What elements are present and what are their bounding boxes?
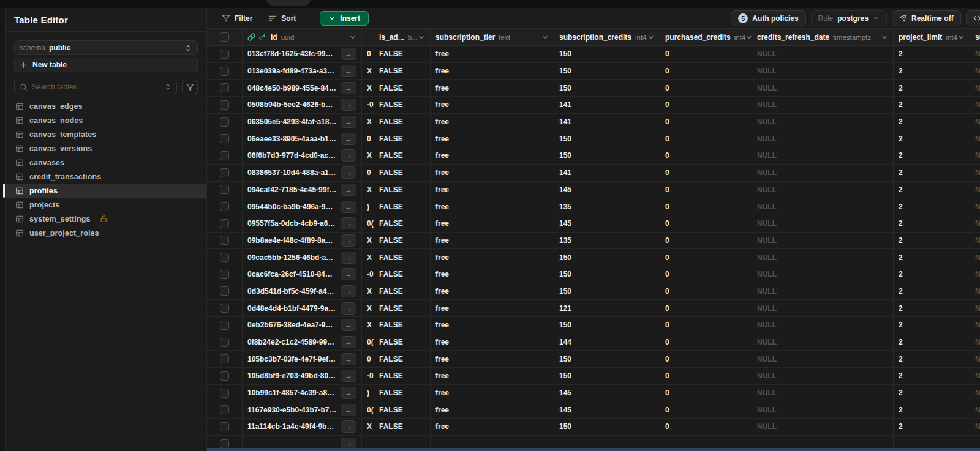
cell-purchased-credits[interactable]: 0 [660,215,752,232]
expand-row-button[interactable]: → [341,184,356,196]
cell-purchased-credits[interactable]: 0 [660,46,752,62]
cell-project-limit[interactable]: 2 [894,130,970,147]
expand-row-button[interactable]: → [341,370,356,382]
cell-is-admin[interactable]: FALSE [374,80,431,96]
cell-subscription-tier[interactable]: free [431,385,554,401]
cell-subscription-credits[interactable]: 150 [554,419,660,435]
cell-subscription-credits[interactable]: 141 [554,97,660,113]
realtime-toggle-button[interactable]: Realtime off [892,10,961,26]
cell-subscription-extra[interactable]: NU [970,165,980,181]
sidebar-filter-button[interactable] [182,80,198,94]
cell-purchased-credits[interactable]: 0 [660,114,752,130]
expand-row-button[interactable]: → [341,387,356,399]
expand-row-button[interactable]: → [341,65,356,77]
cell-subscription-tier[interactable]: free [431,63,554,80]
chevron-down-icon[interactable] [745,34,752,41]
row-checkbox[interactable] [220,50,229,59]
cell-credits-refresh-date[interactable]: NULL [752,300,894,316]
cell-id[interactable]: 094caf42-7185-4e45-99f3-14abee...→ [243,182,362,198]
column-header-id[interactable]: id uuid [243,29,362,45]
cell-clipped[interactable]: X [362,182,374,198]
row-checkbox[interactable] [220,236,229,245]
column-header-clipped[interactable] [362,29,374,45]
expand-row-button[interactable]: → [341,234,356,247]
row-checkbox[interactable] [220,422,229,431]
cell-purchased-credits[interactable]: 0 [660,198,752,215]
cell-clipped[interactable]: 0 [362,165,374,181]
expand-row-button[interactable]: → [341,99,356,111]
expand-row-button[interactable]: → [341,404,356,416]
cell-subscription-credits[interactable]: 141 [554,114,660,130]
expand-row-button[interactable]: → [341,116,356,128]
expand-row-button[interactable]: → [341,133,356,145]
cell-purchased-credits[interactable]: 0 [660,385,752,401]
cell-id[interactable]: 0cac6fca-26cf-4510-84ba-c4580...→ [243,266,362,283]
row-checkbox[interactable] [220,185,229,194]
cell-purchased-credits[interactable]: 0 [660,182,752,198]
cell-id[interactable]: 09557f5a-0dcb-4cb9-a6fb-fff366...→ [243,215,362,232]
cell-purchased-credits[interactable]: 0 [660,63,752,80]
cell-subscription-extra[interactable]: NU [970,317,980,334]
cell-project-limit[interactable]: 2 [894,46,970,62]
cell-subscription-tier[interactable]: free [431,233,554,249]
cell-subscription-extra[interactable]: NU [970,249,980,266]
expand-row-button[interactable]: → [341,268,356,280]
cell-clipped[interactable]: 0 [362,351,374,367]
row-checkbox[interactable] [220,354,229,363]
cell-credits-refresh-date[interactable]: NULL [752,266,894,283]
expand-row-button[interactable]: → [341,149,356,162]
cell-subscription-extra[interactable]: NU [970,233,980,249]
row-checkbox[interactable] [220,270,229,279]
cell-clipped[interactable]: 0( [362,401,374,418]
cell-is-admin[interactable]: FALSE [374,249,431,266]
cell-is-admin[interactable]: FALSE [374,165,431,181]
cell-credits-refresh-date[interactable]: NULL [752,368,894,384]
cell-project-limit[interactable]: 2 [894,233,970,249]
column-header-purchased-credits[interactable]: purchased_credits int4 [660,29,752,45]
cell-subscription-tier[interactable]: free [431,351,554,367]
cell-subscription-credits[interactable]: 135 [554,233,660,249]
cell-project-limit[interactable]: 2 [894,198,970,215]
cell-subscription-extra[interactable]: NU [970,266,980,283]
cell-id[interactable]: 105bc3b7-03fe-4e7f-9efa-21bb40...→ [243,351,362,367]
column-header-credits-refresh-date[interactable]: credits_refresh_date timestamptz [752,29,894,45]
chevron-down-icon[interactable] [881,34,888,41]
chevron-down-icon[interactable] [418,34,425,41]
cell-project-limit[interactable]: 2 [894,63,970,80]
row-checkbox[interactable] [220,338,229,347]
cell-credits-refresh-date[interactable]: NULL [752,147,894,164]
cell-id[interactable]: 1167e930-e5b0-43b7-b74c-788c9...→ [243,401,362,418]
cell-subscription-extra[interactable]: NU [970,97,980,113]
cell-credits-refresh-date[interactable]: NULL [752,165,894,181]
cell-subscription-extra[interactable]: NU [970,147,980,164]
cell-credits-refresh-date[interactable]: NULL [752,233,894,249]
cell-subscription-extra[interactable]: NU [970,182,980,198]
cell-purchased-credits[interactable]: 0 [660,419,752,435]
sidebar-item-canvases[interactable]: canvases [6,155,206,170]
cell-clipped[interactable]: ) [362,385,374,401]
row-checkbox[interactable] [220,321,229,330]
cell-project-limit[interactable]: 2 [894,334,970,351]
row-checkbox[interactable] [220,151,229,160]
cell-credits-refresh-date[interactable]: NULL [752,114,894,130]
row-checkbox[interactable] [220,439,229,449]
row-checkbox[interactable] [220,286,229,296]
cell-clipped[interactable]: X [362,317,374,334]
cell-clipped[interactable]: -0 [362,97,374,113]
chevron-down-icon[interactable] [957,34,965,41]
cell-clipped[interactable]: X [362,300,374,316]
cell-purchased-credits[interactable]: 0 [660,368,752,384]
cell-credits-refresh-date[interactable]: NULL [752,419,894,435]
row-checkbox[interactable] [220,168,229,177]
cell-purchased-credits[interactable]: 0 [660,266,752,283]
cell-clipped[interactable]: X [362,63,374,80]
cell-project-limit[interactable]: 2 [894,300,970,316]
row-checkbox[interactable] [220,67,229,76]
cell-subscription-extra[interactable]: NU [970,334,980,351]
cell-subscription-extra[interactable]: NU [970,46,980,62]
cell-credits-refresh-date[interactable]: NULL [752,249,894,266]
cell-purchased-credits[interactable]: 0 [660,130,752,147]
cell-project-limit[interactable]: 2 [894,317,970,334]
cell-clipped[interactable]: X [362,283,374,300]
cell-is-admin[interactable]: FALSE [374,401,431,418]
